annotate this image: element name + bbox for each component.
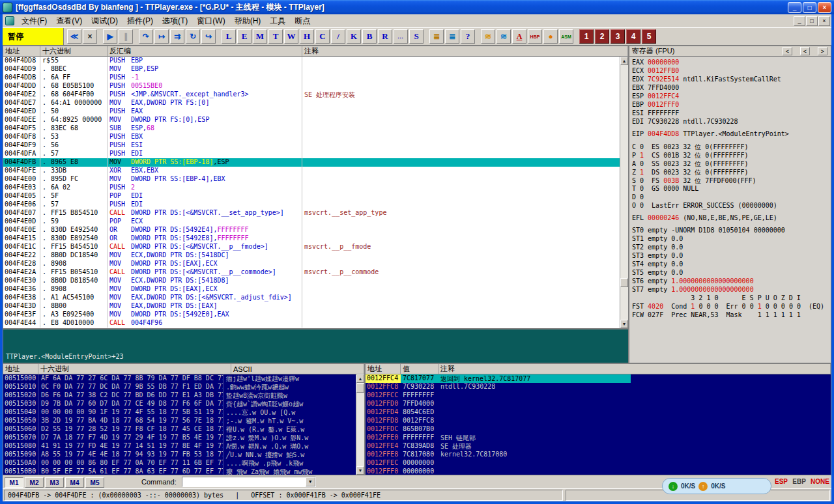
disasm-row[interactable]: 004F4DDD.68 E05B5100PUSH00515BE0: [3, 82, 620, 91]
plugin-slot-2-button[interactable]: 2: [595, 29, 609, 44]
disasm-row[interactable]: 004F4E06.57PUSHEDI: [3, 201, 620, 209]
view-handles-button[interactable]: H: [300, 29, 314, 44]
maximize-button[interactable]: □: [803, 2, 816, 13]
col-disassembly[interactable]: 反汇编: [108, 46, 302, 56]
disasm-row[interactable]: 004F4E07.FF15 B854510CALLDWORD PTR DS:[<…: [3, 209, 620, 217]
menu-item-breakpoints[interactable]: 断点: [290, 15, 315, 27]
menu-item-debug[interactable]: 调试(D): [87, 15, 122, 27]
register-line[interactable]: ST1 empty 0.0: [632, 235, 831, 244]
register-line[interactable]: Z 1 DS 0023 32 位 0(FFFFFFFF): [632, 168, 831, 176]
mdi-restore-button[interactable]: □: [806, 16, 818, 26]
step-into-button[interactable]: ↷: [139, 29, 153, 44]
register-line[interactable]: EBP 0012FFF0: [632, 101, 831, 109]
dump-row[interactable]: 005150A000 00 00 00 86 80 EF 77 0A 70 EF…: [3, 459, 356, 468]
disasm-row[interactable]: 004F4E1C.FF15 B454510CALLDWORD PTR DS:[<…: [3, 243, 620, 251]
stack-row[interactable]: 0012FFEC00000000: [366, 459, 831, 468]
trace-over-button[interactable]: ↻: [186, 29, 200, 44]
register-line[interactable]: EDI 7C930228 ntdll.7C930228: [632, 118, 831, 126]
register-line[interactable]: EAX 00000000: [632, 59, 831, 67]
registers-nav-left-2-button[interactable]: <: [800, 47, 810, 55]
mdi-child-icon[interactable]: [5, 16, 14, 25]
register-line[interactable]: 3 2 1 0 E S P U O Z D I: [632, 294, 831, 303]
mdi-close-button[interactable]: ×: [818, 16, 830, 26]
register-line[interactable]: EFL 00000246 (NO,NB,E,BE,NS,PE,GE,LE): [632, 214, 831, 223]
col-address[interactable]: 地址: [366, 364, 401, 374]
registers-nav-right-button[interactable]: >: [818, 47, 827, 55]
register-line[interactable]: ECX 0012FFB0: [632, 67, 831, 76]
dump-row[interactable]: 00515030D9 7B DA 77 60 D7 DA 77 CE 49 D8…: [3, 400, 356, 408]
disasm-row[interactable]: 004F4E38.A1 AC545100MOVEAX,DWORD PTR DS:…: [3, 294, 620, 302]
disasm-row[interactable]: 004F4DED.50PUSHEAX: [3, 107, 620, 116]
help-button[interactable]: ?: [461, 29, 475, 44]
col-hexdump[interactable]: 十六进制: [38, 364, 231, 374]
tab-m2[interactable]: M2: [25, 477, 44, 488]
run-button[interactable]: ▶: [103, 29, 117, 44]
register-line[interactable]: C 0 ES 0023 32 位 0(FFFFFFFF): [632, 143, 831, 151]
plugin-hbp-button[interactable]: HBP: [528, 29, 542, 44]
plugin-slot-3-button[interactable]: 3: [611, 29, 625, 44]
debugging-options-button[interactable]: ≣: [445, 29, 459, 44]
scroll-down-icon[interactable]: ▼: [356, 466, 364, 475]
disasm-row[interactable]: 004F4DF5.83EC 68SUBESP,68: [3, 124, 620, 133]
disasm-row[interactable]: 004F4E3F.A3 E0925400MOVDWORD PTR DS:[549…: [3, 311, 620, 319]
menu-item-view[interactable]: 查看(V): [51, 15, 87, 27]
disasm-row[interactable]: 004F4E05.5FPOPEDI: [3, 192, 620, 201]
disasm-row[interactable]: 004F4E44.E8 4D010000CALL004F4F96: [3, 319, 620, 328]
disasm-row[interactable]: 004F4E0D.59POPECX: [3, 217, 620, 226]
plugin-slot-5-button[interactable]: 5: [642, 29, 656, 44]
minimize-button[interactable]: _: [788, 2, 801, 13]
plugin-wave-2-button[interactable]: ≋: [496, 29, 511, 44]
disasm-row[interactable]: 004F4DDB.6A FFPUSH-1: [3, 74, 620, 82]
pause-button[interactable]: ∥: [119, 29, 133, 44]
execute-till-return-button[interactable]: ↪: [201, 29, 216, 44]
stack-row[interactable]: 0012FFD07FFD4000: [366, 400, 831, 408]
col-ascii[interactable]: ASCII: [231, 364, 364, 374]
plugin-slot-4-button[interactable]: 4: [626, 29, 640, 44]
view-source-button[interactable]: S: [409, 29, 424, 44]
stack-row[interactable]: 0012FFE87C817080kernel32.7C817080: [366, 451, 831, 459]
disasm-row[interactable]: 004F4E22.8B0D DC18540MOVECX,DWORD PTR DS…: [3, 251, 620, 260]
titlebar[interactable]: [ffggffasdOsdsdBd By bianfeng ] - TTPlay…: [0, 0, 834, 14]
scroll-thumb[interactable]: [620, 278, 628, 287]
register-line[interactable]: T 0 GS 0000 NULL: [632, 185, 831, 193]
register-line[interactable]: FCW 027F Prec NEAR,53 Mask 1 1 1 1 1 1: [632, 311, 831, 320]
disasm-row[interactable]: 004F4E03.6A 02PUSH2: [3, 184, 620, 192]
close-process-button[interactable]: ×: [83, 29, 97, 44]
dump-scrollbar[interactable]: ▲ ▼: [356, 374, 364, 475]
dump-row[interactable]: 005150503B 2D 19 77 BA 4D 18 77 68 54 19…: [3, 417, 356, 425]
register-line[interactable]: D 0: [632, 193, 831, 202]
dump-row[interactable]: 00515090A8 55 19 77 4E 4E 18 77 94 93 19…: [3, 451, 356, 459]
col-address[interactable]: 地址: [3, 364, 38, 374]
register-line[interactable]: ESI FFFFFFFF: [632, 109, 831, 118]
scroll-down-icon[interactable]: ▼: [620, 320, 628, 328]
dump-row[interactable]: 005150100C F0 DA 77 77 DC DA 77 9B 55 DB…: [3, 383, 356, 391]
register-line[interactable]: FST 4020 Cond 1 0 0 0 Err 0 0 1 0 0 0 0 …: [632, 303, 831, 311]
dump-row[interactable]: 00515070D7 7A 18 77 F7 4D 19 77 29 4F 19…: [3, 434, 356, 442]
menu-item-window[interactable]: 窗口(W): [192, 15, 229, 27]
plugin-asm-button[interactable]: ASM: [559, 29, 573, 44]
tab-m1[interactable]: M1: [5, 477, 23, 488]
register-line[interactable]: A 0 SS 0023 32 位 0(FFFFFFFF): [632, 160, 831, 168]
col-comment[interactable]: 注释: [302, 46, 628, 56]
command-input[interactable]: ▼: [182, 477, 316, 487]
disasm-row[interactable]: 004F4E36.8908MOVDWORD PTR DS:[EAX],ECX: [3, 285, 620, 294]
register-line[interactable]: ESP 0012FFC4: [632, 92, 831, 101]
register-line[interactable]: ST0 empty -UNORM D1D8 01050104 00000000: [632, 227, 831, 235]
view-log-button[interactable]: L: [222, 29, 236, 44]
menu-item-file[interactable]: 文件(F): [17, 15, 51, 27]
register-line[interactable]: ST3 empty 0.0: [632, 252, 831, 260]
dump-row[interactable]: 0051508041 91 19 77 FD 4E 19 77 14 51 19…: [3, 442, 356, 451]
disasm-row[interactable]: 004F4DE7.64:A1 0000000MOVEAX,DWORD PTR F…: [3, 99, 620, 107]
disasm-row[interactable]: 004F4DEE.64:8925 00000MOVDWORD PTR FS:[0…: [3, 116, 620, 124]
scroll-up-icon[interactable]: ▲: [620, 57, 628, 65]
dump-row[interactable]: 00515000AF 6A DA 77 27 6C DA 77 8B 79 DA…: [3, 374, 356, 383]
register-line[interactable]: ST7 empty 1.0000000000000000000: [632, 286, 831, 294]
chevron-down-icon[interactable]: ▼: [306, 477, 315, 486]
stack-row[interactable]: 0012FFC87C930228ntdll.7C930228: [366, 383, 831, 391]
disasm-row[interactable]: 004F4E3D.8B00MOVEAX,DWORD PTR DS:[EAX]: [3, 302, 620, 311]
register-line[interactable]: S 0 FS 003B 32 位 7FFDF000(FFF): [632, 176, 831, 185]
disassembly-scrollbar[interactable]: ▲ ▼: [620, 57, 628, 328]
col-hexdump[interactable]: 十六进制: [40, 46, 108, 56]
view-cpu-button[interactable]: C: [315, 29, 330, 44]
trace-into-button[interactable]: ⇉: [170, 29, 184, 44]
